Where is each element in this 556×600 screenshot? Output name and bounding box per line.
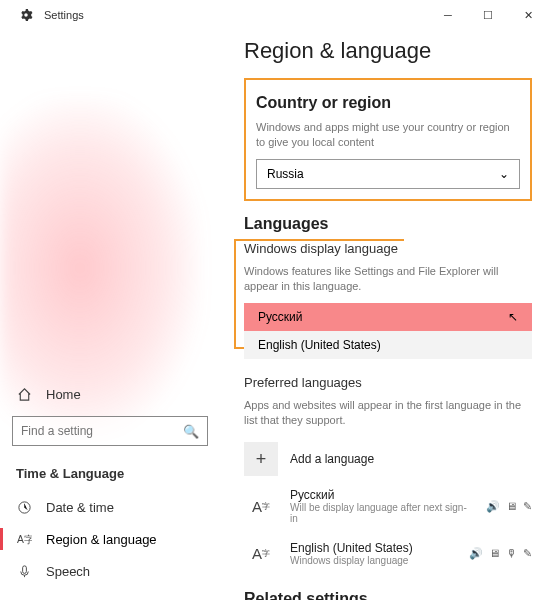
sidebar-item-datetime[interactable]: Date & time <box>0 491 220 523</box>
minimize-button[interactable]: ─ <box>428 0 468 30</box>
lang-option-label: English (United States) <box>258 338 381 352</box>
sidebar: Home 🔍 Time & Language Date & time A字 Re… <box>0 30 220 600</box>
installed-lang-russian[interactable]: A字 Русский Will be display language afte… <box>244 482 532 530</box>
languages-heading: Languages <box>244 215 532 233</box>
region-dropdown[interactable]: Russia ⌄ <box>256 159 520 189</box>
text-to-speech-icon: 🔊 <box>486 500 500 513</box>
speech-icon: 🎙 <box>506 547 517 560</box>
lang-option-label: Русский <box>258 310 303 324</box>
svg-text:A字: A字 <box>17 534 32 545</box>
related-heading: Related settings <box>244 590 532 600</box>
display-icon: 🖥 <box>506 500 517 513</box>
active-indicator <box>0 528 3 550</box>
home-label: Home <box>46 387 81 402</box>
sidebar-item-label: Speech <box>46 564 90 579</box>
search-input[interactable]: 🔍 <box>12 416 208 446</box>
home-icon <box>16 386 32 402</box>
globe-language-icon: A字 <box>16 531 32 547</box>
chevron-down-icon: ⌄ <box>499 167 509 181</box>
region-selected: Russia <box>267 167 304 181</box>
handwriting-icon: ✎ <box>523 500 532 513</box>
installed-name: Русский <box>290 488 474 502</box>
sidebar-item-label: Date & time <box>46 500 114 515</box>
cursor-icon: ↖ <box>508 310 518 324</box>
close-button[interactable]: ✕ <box>508 0 548 30</box>
lang-option-russian[interactable]: Русский ↖ <box>244 303 532 331</box>
installed-sub: Will be display language after next sign… <box>290 502 474 524</box>
preferred-desc: Apps and websites will appear in the fir… <box>244 398 532 429</box>
titlebar: Settings ─ ☐ ✕ <box>0 0 556 30</box>
display-lang-desc: Windows features like Settings and File … <box>244 264 532 295</box>
installed-lang-english[interactable]: A字 English (United States) Windows displ… <box>244 530 532 576</box>
gear-icon <box>18 7 34 23</box>
sidebar-item-speech[interactable]: Speech <box>0 555 220 587</box>
language-glyph-icon: A字 <box>244 489 278 523</box>
home-nav[interactable]: Home <box>0 378 220 410</box>
search-field[interactable] <box>21 424 183 438</box>
display-lang-label: Windows display language <box>244 241 532 256</box>
region-heading: Country or region <box>256 94 520 112</box>
page-title: Region & language <box>244 38 532 64</box>
installed-sub: Windows display language <box>290 555 457 566</box>
plus-icon: + <box>244 442 278 476</box>
search-icon: 🔍 <box>183 424 199 439</box>
lang-feature-icons: 🔊 🖥 🎙 ✎ <box>469 547 532 560</box>
text-to-speech-icon: 🔊 <box>469 547 483 560</box>
region-desc: Windows and apps might use your country … <box>256 120 520 151</box>
sidebar-section-header: Time & Language <box>0 456 220 491</box>
maximize-button[interactable]: ☐ <box>468 0 508 30</box>
lang-feature-icons: 🔊 🖥 ✎ <box>486 500 532 513</box>
sidebar-item-region[interactable]: A字 Region & language <box>0 523 220 555</box>
clock-icon <box>16 499 32 515</box>
handwriting-icon: ✎ <box>523 547 532 560</box>
add-language-label: Add a language <box>290 452 532 466</box>
language-glyph-icon: A字 <box>244 536 278 570</box>
microphone-icon <box>16 563 32 579</box>
sidebar-item-label: Region & language <box>46 532 157 547</box>
lang-option-english[interactable]: English (United States) <box>244 331 532 359</box>
window-title: Settings <box>44 9 84 21</box>
display-icon: 🖥 <box>489 547 500 560</box>
add-language-button[interactable]: + Add a language <box>244 436 532 482</box>
preferred-label: Preferred languages <box>244 375 532 390</box>
display-lang-list: Русский ↖ English (United States) <box>244 303 532 359</box>
svg-rect-2 <box>22 565 26 573</box>
region-section-highlight: Country or region Windows and apps might… <box>244 78 532 201</box>
installed-name: English (United States) <box>290 541 457 555</box>
main-panel: Region & language Country or region Wind… <box>220 30 556 600</box>
